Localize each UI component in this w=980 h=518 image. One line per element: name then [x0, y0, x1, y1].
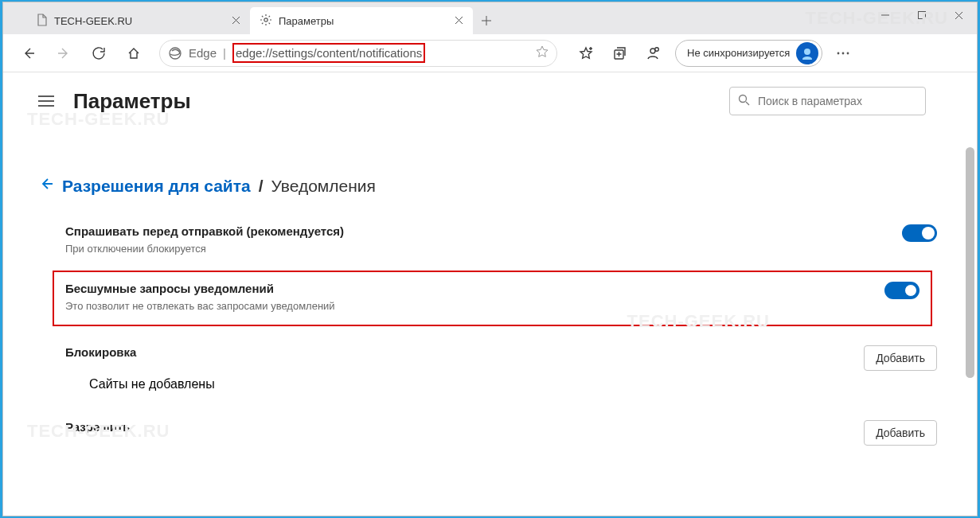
profile-sync-pill[interactable]: Не синхронизируется: [675, 40, 822, 67]
back-button[interactable]: [13, 37, 45, 69]
breadcrumb-link[interactable]: Разрешения для сайта: [62, 177, 251, 196]
svg-point-18: [847, 52, 849, 54]
maximize-button[interactable]: [904, 2, 940, 28]
add-allow-button[interactable]: Добавить: [864, 420, 937, 446]
address-bar[interactable]: Edge | edge://settings/content/notificat…: [159, 40, 557, 67]
svg-point-14: [655, 47, 659, 51]
row-subtitle: Это позволит не отвлекать вас запросами …: [65, 300, 335, 312]
row-title: Бесшумные запросы уведомлений: [65, 282, 335, 295]
address-label: Edge: [189, 46, 217, 60]
breadcrumb: Разрешения для сайта / Уведомления: [38, 176, 953, 196]
minimize-button[interactable]: [867, 2, 904, 28]
row-title: Спрашивать перед отправкой (рекомендуетс…: [65, 224, 344, 238]
row-block-empty: Сайты не добавлены: [89, 377, 937, 391]
settings-search[interactable]: [729, 87, 926, 115]
toggle-ask-before-sending[interactable]: [902, 224, 937, 242]
home-button[interactable]: [118, 37, 150, 69]
vertical-scrollbar[interactable]: [964, 146, 976, 511]
settings-content: Разрешения для сайта / Уведомления Спраш…: [38, 160, 953, 516]
row-ask-before-sending: Спрашивать перед отправкой (рекомендуетс…: [65, 213, 937, 267]
tab-2[interactable]: Параметры: [250, 7, 473, 34]
tab-1-close-icon[interactable]: [232, 15, 240, 27]
profile-sync-label: Не синхронизируется: [687, 47, 790, 59]
page-title: Параметры: [73, 89, 191, 114]
toolbar-right: Не синхронизируется: [570, 37, 859, 69]
settings-section: Спрашивать перед отправкой (рекомендуетс…: [65, 213, 937, 449]
address-divider: |: [223, 46, 226, 60]
favorite-star-icon[interactable]: [536, 45, 549, 60]
svg-point-6: [264, 18, 267, 21]
refresh-button[interactable]: [83, 37, 115, 69]
settings-page: Параметры Разрешения для сайта / Уведомл…: [3, 72, 977, 516]
close-button[interactable]: [940, 2, 977, 28]
search-icon: [738, 94, 750, 109]
svg-rect-1: [919, 12, 926, 19]
svg-point-16: [837, 52, 840, 54]
tab-strip: TECH-GEEK.RU Параметры: [3, 2, 977, 34]
edge-logo-icon: [168, 46, 182, 60]
breadcrumb-back-icon[interactable]: [38, 176, 54, 196]
add-block-button[interactable]: Добавить: [864, 345, 937, 371]
browser-window: TECH-GEEK.RU Параметры Edge | edge://set…: [2, 2, 978, 516]
collections-button[interactable]: [603, 37, 635, 69]
scrollbar-thumb[interactable]: [966, 147, 974, 378]
gear-icon: [260, 14, 272, 29]
tab-2-close-icon[interactable]: [455, 15, 463, 27]
window-controls: [867, 2, 977, 28]
tab-2-label: Параметры: [279, 15, 448, 27]
settings-header: Параметры: [3, 72, 977, 115]
row-title: Блокировка: [65, 345, 136, 359]
svg-point-22: [740, 95, 747, 102]
file-icon: [37, 14, 48, 29]
row-allow: Разрешить Добавить: [65, 409, 937, 449]
tab-1[interactable]: TECH-GEEK.RU: [27, 7, 250, 34]
breadcrumb-sep: /: [259, 177, 264, 196]
toolbar: Edge | edge://settings/content/notificat…: [3, 34, 977, 72]
settings-search-input[interactable]: [758, 95, 917, 107]
row-subtitle: При отключении блокируется: [65, 243, 344, 255]
svg-line-23: [746, 102, 749, 105]
tab-1-label: TECH-GEEK.RU: [54, 15, 225, 27]
svg-point-17: [842, 52, 845, 54]
row-quiet-requests-highlight: Бесшумные запросы уведомлений Это позвол…: [53, 271, 932, 326]
address-url: edge://settings/content/notifications: [232, 46, 529, 60]
breadcrumb-current: Уведомления: [271, 177, 376, 196]
more-button[interactable]: [827, 37, 859, 69]
svg-point-15: [802, 56, 812, 60]
hamburger-button[interactable]: [38, 92, 56, 110]
avatar-icon: [796, 42, 818, 64]
forward-button[interactable]: [48, 37, 80, 69]
new-tab-button[interactable]: [473, 7, 500, 34]
toggle-quiet-requests[interactable]: [884, 282, 919, 299]
row-title: Разрешить: [65, 420, 131, 434]
favorites-button[interactable]: [570, 37, 602, 69]
account-icon[interactable]: [637, 37, 669, 69]
row-block: Блокировка Добавить: [65, 334, 937, 384]
